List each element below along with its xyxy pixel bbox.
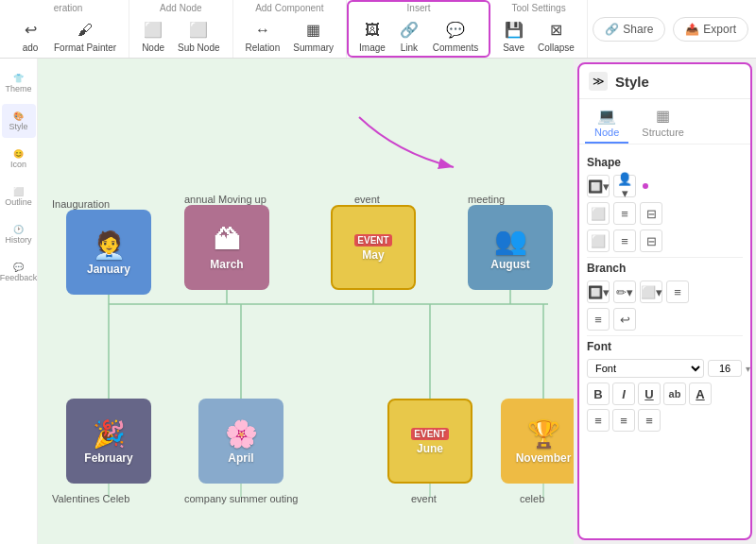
format-painter-icon: 🖌 xyxy=(75,20,95,41)
node-november-label: November xyxy=(516,451,572,465)
node-may-event-badge: EVENT xyxy=(354,234,391,246)
strikethrough-button[interactable]: ab xyxy=(663,382,686,405)
sidebar-item-style[interactable]: 🎨 Style xyxy=(2,104,36,138)
undo-button[interactable]: ↩ ado xyxy=(15,17,45,56)
relation-button[interactable]: ↔ Relation xyxy=(241,17,285,56)
label-celeb: celeb xyxy=(520,493,544,504)
collapse-icon: ⊠ xyxy=(545,20,566,41)
toolbar-group-tool-settings: Tool Settings 💾 Save ⊠ Collapse xyxy=(490,0,588,58)
branch-section-title: Branch xyxy=(587,262,743,275)
format-buttons-row: B I U ab A xyxy=(587,382,743,405)
shape-row-2: ⬜ ≡ ⊟ xyxy=(587,202,743,225)
shape-lines-btn[interactable]: ≡ xyxy=(613,202,636,225)
share-button[interactable]: 🔗 Share xyxy=(593,17,665,42)
collapse-label: Collapse xyxy=(538,42,575,53)
sidebar-item-outline[interactable]: ⬜ Outline xyxy=(2,179,36,213)
node-march[interactable]: 🏔 March xyxy=(184,205,269,290)
node-february[interactable]: 🎉 February xyxy=(66,399,151,484)
label-valentines: Valentines Celeb xyxy=(52,493,129,504)
align-right-button[interactable]: ≡ xyxy=(638,409,661,432)
node-may[interactable]: EVENT May xyxy=(331,205,416,290)
panel-header: ≫ Style xyxy=(579,64,750,99)
tab-structure[interactable]: ▦ Structure xyxy=(632,103,694,144)
top-right-actions: 🔗 Share 📤 Export xyxy=(593,17,748,42)
node-button[interactable]: ⬜ Node xyxy=(137,17,169,56)
node-august[interactable]: 👥 August xyxy=(468,205,553,290)
comments-icon: 💬 xyxy=(445,20,466,41)
underline-button[interactable]: U xyxy=(638,382,661,405)
font-family-select[interactable]: Font Arial Times New Roman xyxy=(587,359,704,378)
shape-lines2-btn[interactable]: ≡ xyxy=(613,230,636,252)
summary-label: Summary xyxy=(293,42,334,53)
branch-lines-btn[interactable]: ≡ xyxy=(666,280,689,303)
group-label-tool-settings: Tool Settings xyxy=(511,3,565,13)
shape-row-3: ⬜ ≡ ⊟ xyxy=(587,230,743,252)
sidebar-item-feedback[interactable]: 💬 Feedback xyxy=(2,255,36,289)
summary-icon: ▦ xyxy=(303,20,324,41)
align-buttons-row: ≡ ≡ ≡ xyxy=(587,409,743,432)
branch-lines2-btn[interactable]: ≡ xyxy=(587,308,610,331)
collapse-panel-icon: ≫ xyxy=(593,75,605,88)
italic-button[interactable]: I xyxy=(612,382,635,405)
link-button[interactable]: 🔗 Link xyxy=(394,17,424,56)
font-color-button[interactable]: A xyxy=(689,382,712,405)
node-january-icon: 🧑‍💼 xyxy=(93,230,126,261)
shape-user-btn[interactable]: 👤▾ xyxy=(613,175,636,197)
main-area: 👕 Theme 🎨 Style 😊 Icon ⬜ Outline 🕑 Histo… xyxy=(0,59,756,544)
node-june[interactable]: EVENT June xyxy=(387,399,472,484)
node-march-label: March xyxy=(210,258,243,271)
font-size-input[interactable] xyxy=(708,360,742,377)
font-section-title: Font xyxy=(587,340,743,353)
shape-rect-btn[interactable]: ⬜ xyxy=(587,202,610,225)
branch-rect-btn[interactable]: ⬜▾ xyxy=(640,280,662,303)
toolbar: eration ↩ ado 🖌 Format Painter Add Node … xyxy=(0,0,756,59)
export-button[interactable]: 📤 Export xyxy=(673,17,748,42)
shape-split-btn[interactable]: ⊟ xyxy=(640,202,662,225)
relation-icon: ↔ xyxy=(252,20,273,41)
group-label-add-component: Add Component xyxy=(255,3,323,13)
comments-button[interactable]: 💬 Comments xyxy=(428,17,483,56)
link-icon: 🔗 xyxy=(399,20,420,41)
sidebar-item-theme[interactable]: 👕 Theme xyxy=(2,66,36,100)
summary-button[interactable]: ▦ Summary xyxy=(288,17,338,56)
label-summer-outing: company summer outing xyxy=(184,493,298,504)
left-sidebar: 👕 Theme 🎨 Style 😊 Icon ⬜ Outline 🕑 Histo… xyxy=(0,59,38,544)
undo-icon: ↩ xyxy=(20,20,41,41)
outline-icon: ⬜ xyxy=(13,187,24,196)
node-february-icon: 🎉 xyxy=(93,418,126,450)
save-button[interactable]: 💾 Save xyxy=(498,17,529,56)
feedback-label: Feedback xyxy=(0,273,37,282)
shape-row-1: 🔲▾ 👤▾ xyxy=(587,175,743,197)
sidebar-item-icon[interactable]: 😊 Icon xyxy=(2,142,36,176)
shape-select-btn[interactable]: 🔲▾ xyxy=(587,175,610,197)
sub-node-icon: ⬜ xyxy=(188,20,209,41)
format-painter-button[interactable]: 🖌 Format Painter xyxy=(49,17,121,56)
label-event-may: event xyxy=(354,194,380,205)
tab-node[interactable]: 💻 Node xyxy=(585,103,628,144)
sub-node-button[interactable]: ⬜ Sub Node xyxy=(173,17,224,56)
history-icon: 🕑 xyxy=(13,225,24,234)
branch-curve-btn[interactable]: ↩ xyxy=(613,308,636,331)
node-may-label: May xyxy=(362,248,384,262)
align-center-button[interactable]: ≡ xyxy=(612,409,635,432)
node-april[interactable]: 🌸 April xyxy=(198,399,284,484)
branch-pen-btn[interactable]: ✏▾ xyxy=(613,280,636,303)
node-january[interactable]: 🧑‍💼 January xyxy=(66,210,151,295)
bold-button[interactable]: B xyxy=(587,382,610,405)
toolbar-items-insert: 🖼 Image 🔗 Link 💬 Comments xyxy=(354,17,483,56)
image-button[interactable]: 🖼 Image xyxy=(354,17,390,56)
branch-select-btn[interactable]: 🔲▾ xyxy=(587,280,610,303)
align-left-button[interactable]: ≡ xyxy=(587,409,610,432)
shape-split2-btn[interactable]: ⊟ xyxy=(640,230,662,252)
node-june-event-badge: EVENT xyxy=(411,428,448,440)
collapse-button[interactable]: ⊠ Collapse xyxy=(533,17,579,56)
canvas[interactable]: Inauguration annual Moving up event meet… xyxy=(38,59,574,544)
panel-collapse-button[interactable]: ≫ xyxy=(589,72,608,91)
panel-title: Style xyxy=(615,74,649,90)
shape-rect2-btn[interactable]: ⬜ xyxy=(587,230,610,252)
node-tab-icon: 💻 xyxy=(597,107,616,125)
node-november[interactable]: 🏆 November xyxy=(501,399,574,484)
sidebar-item-history[interactable]: 🕑 History xyxy=(2,217,36,251)
style-panel: ≫ Style 💻 Node ▦ Structure Shape 🔲▾ 👤▾ xyxy=(577,62,752,540)
relation-label: Relation xyxy=(246,42,281,53)
